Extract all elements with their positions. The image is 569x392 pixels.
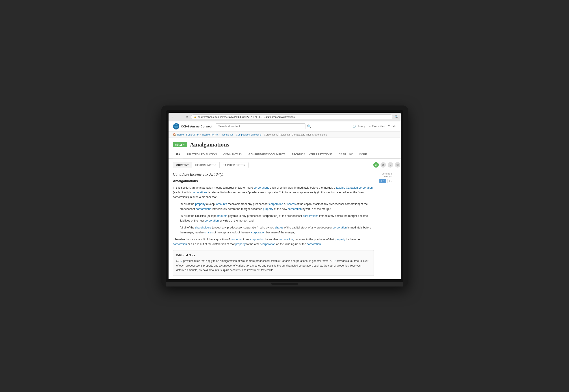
email-icon[interactable]: ✉	[395, 162, 400, 168]
link-corporation-c2[interactable]: corporation	[251, 231, 265, 234]
link-shares-a[interactable]: shares	[287, 202, 296, 206]
forward-button[interactable]: →	[177, 114, 183, 119]
link-s87-1[interactable]: 87	[180, 259, 183, 263]
tab-ita[interactable]: ITA	[173, 151, 184, 158]
subtab-ita-interpreter[interactable]: ITA INTERPRETER	[220, 162, 249, 168]
tab-case-law[interactable]: CASE LAW	[336, 151, 356, 158]
tab-more[interactable]: MORE...	[356, 151, 372, 158]
main-tabs: ITA RELATED LEGISLATION COMMENTARY GOVER…	[169, 151, 401, 159]
download-icon[interactable]: ↓	[388, 162, 393, 168]
link-amounts-b[interactable]: amounts	[216, 214, 227, 218]
breadcrumb-sep-5: ›	[262, 133, 263, 136]
indent-paragraph-c: (c) all of the shareholders (except any …	[180, 225, 374, 235]
logo-text: CCH® AnswerConnect	[181, 125, 213, 128]
page-header: 87(1) ▼ Amalgamations	[169, 138, 401, 148]
copy-icon[interactable]: ⧉	[381, 162, 386, 168]
right-sidebar: ★ ⧉ ↓ ✉ Document Language EN FR	[374, 159, 396, 280]
search-container: 🔍	[216, 123, 349, 130]
url-text: answerconnect.cch.ca/federal/cchca02EC75…	[198, 116, 390, 118]
bookmark-icon[interactable]: ★	[373, 162, 379, 168]
sidebar-action-icons: ★ ⧉ ↓ ✉	[373, 162, 400, 168]
body-paragraph-2: otherwise than as a result of the acquis…	[173, 237, 374, 247]
section-badge[interactable]: 87(1) ▼	[173, 142, 187, 147]
breadcrumb-federal-tax[interactable]: Federal Tax	[186, 133, 199, 136]
favourites-link[interactable]: ☆ Favourites	[369, 125, 384, 128]
link-corporation-a[interactable]: corporation	[269, 202, 283, 206]
sub-tabs: CURRENT HISTORY NOTES ITA INTERPRETER	[173, 162, 249, 168]
history-icon: 🕐	[353, 125, 356, 128]
language-buttons: EN FR	[379, 179, 394, 183]
tab-related-legislation[interactable]: RELATED LEGISLATION	[183, 151, 220, 158]
help-link[interactable]: ? Help	[388, 125, 396, 128]
lang-en-button[interactable]: EN	[379, 179, 386, 183]
address-bar[interactable]: 🔒 answerconnect.cch.ca/federal/cchca02EC…	[191, 114, 393, 119]
tab-commentary[interactable]: COMMENTARY	[220, 151, 245, 158]
link-corporations-2[interactable]: corporations	[192, 191, 207, 194]
star-icon: ☆	[369, 125, 371, 128]
editorial-note: Editorial Note S. 87 provides rules that…	[173, 250, 374, 276]
subtab-current[interactable]: CURRENT	[173, 162, 192, 168]
lock-icon: 🔒	[194, 116, 197, 118]
link-shares-c2[interactable]: shares	[204, 231, 213, 234]
breadcrumb-computation[interactable]: Computation of Income	[236, 133, 262, 136]
breadcrumb-income-tax-act[interactable]: Income Tax Act	[202, 133, 218, 136]
link-shareholders[interactable]: shareholders	[195, 226, 211, 229]
search-input[interactable]	[216, 124, 305, 129]
link-corporation-b[interactable]: corporation	[205, 219, 219, 222]
link-corporation-2b[interactable]: corporation	[279, 238, 293, 241]
browser-chrome: ← → ↻ 🔒 answerconnect.cch.ca/federal/cch…	[169, 113, 401, 121]
link-s87-2[interactable]: 87	[333, 259, 336, 263]
link-property-a2[interactable]: property	[263, 208, 273, 210]
content-area: CURRENT HISTORY NOTES ITA INTERPRETER Ca…	[169, 159, 401, 280]
laptop-bottom	[166, 282, 403, 286]
main-content: CURRENT HISTORY NOTES ITA INTERPRETER Ca…	[173, 159, 374, 280]
breadcrumb: 🏠 Home › Federal Tax › Income Tax Act › …	[169, 132, 401, 138]
document-title: Canadian Income Tax Act 87(1)	[173, 172, 374, 177]
editorial-note-text: S. 87 provides rules that apply to an am…	[176, 259, 370, 272]
link-property-2[interactable]: property	[231, 238, 241, 241]
search-button[interactable]: 🔍	[305, 123, 313, 130]
link-property-2c[interactable]: property	[235, 243, 246, 246]
link-corporation-2e[interactable]: corporation	[307, 243, 321, 246]
link-property-a[interactable]: property	[195, 202, 205, 206]
tab-government-documents[interactable]: GOVERNMENT DOCUMENTS	[245, 151, 289, 158]
help-icon: ?	[388, 125, 390, 128]
link-corporations-b[interactable]: corporations	[303, 214, 318, 218]
link-corporation-c[interactable]: corporation	[333, 226, 347, 229]
link-amounts-a[interactable]: amounts	[216, 202, 227, 206]
browser-search-icon[interactable]: 🔍	[395, 115, 398, 119]
link-corporation-a2[interactable]: corporation	[288, 208, 302, 210]
link-taxable[interactable]: taxable	[336, 186, 345, 189]
link-corporation-2c[interactable]: corporation	[173, 243, 187, 246]
refresh-button[interactable]: ↻	[184, 114, 189, 119]
link-corporation-2d[interactable]: corporation	[261, 243, 275, 246]
breadcrumb-income-tax[interactable]: Income Tax	[221, 133, 233, 136]
link-shares-c[interactable]: shares	[275, 226, 284, 229]
indent-paragraph-b: (b) all of the liabilities (except amoun…	[180, 214, 374, 223]
body-paragraph-1: In this section, an amalgamation means a…	[173, 185, 374, 200]
link-property-2b[interactable]: property	[335, 238, 345, 241]
page-title: Amalgamations	[190, 141, 229, 148]
nav-links: 🕐 History ☆ Favourites ? Help	[353, 125, 396, 128]
subtab-history-notes[interactable]: HISTORY NOTES	[192, 162, 219, 168]
logo-globe-icon	[173, 123, 179, 129]
link-corporation-2a[interactable]: corporation	[250, 238, 264, 241]
logo-area: CCH® AnswerConnect	[173, 123, 213, 129]
top-navbar: CCH® AnswerConnect 🔍 🕐 History ☆ F	[169, 121, 401, 132]
back-button[interactable]: ←	[171, 114, 176, 119]
link-canadian-corporation[interactable]: Canadian corporation	[346, 186, 373, 189]
laptop-notch	[271, 283, 298, 285]
link-corporations-1[interactable]: corporations	[254, 186, 269, 189]
link-corporations-a[interactable]: corporations	[196, 208, 211, 210]
breadcrumb-sep-2: ›	[200, 133, 200, 136]
breadcrumb-current: Corporations Resident in Canada and Thei…	[264, 133, 327, 136]
editorial-note-title: Editorial Note	[176, 253, 370, 257]
breadcrumb-home[interactable]: Home	[177, 133, 184, 136]
history-link[interactable]: 🕐 History	[353, 125, 365, 128]
breadcrumb-sep-3: ›	[219, 133, 220, 136]
section-title: Amalgamations	[173, 179, 374, 183]
tab-technical-interpretations[interactable]: TECHNICAL INTERPRETATIONS	[289, 151, 336, 158]
website-content: CCH® AnswerConnect 🔍 🕐 History ☆ F	[169, 121, 401, 280]
indent-paragraph-a: (a) all of the property (except amounts …	[180, 202, 374, 211]
lang-fr-button[interactable]: FR	[387, 179, 394, 183]
